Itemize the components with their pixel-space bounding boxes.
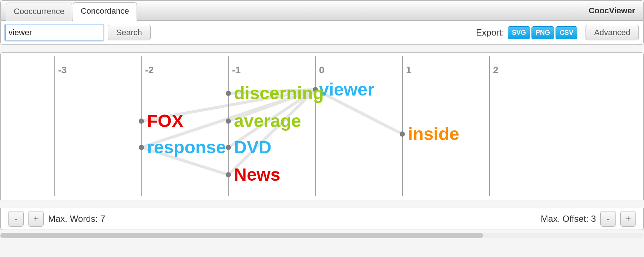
word-token[interactable]: average xyxy=(234,112,301,130)
scrollbar-thumb[interactable] xyxy=(0,233,483,238)
word-token[interactable]: inside xyxy=(408,125,459,143)
axis-line: 0 xyxy=(315,56,316,196)
toolbar: Search Export: SVG PNG CSV Advanced xyxy=(0,21,644,45)
export-csv-button[interactable]: CSV xyxy=(556,26,577,39)
search-input[interactable] xyxy=(5,25,103,40)
word-token[interactable]: response xyxy=(147,138,226,156)
footer-controls: - + Max. Words: 7 Max. Offset: 3 - + xyxy=(0,208,644,230)
word-token[interactable]: News xyxy=(234,166,280,184)
concordance-canvas: -3-2-1012viewerdiscerningaverageDVDNewsF… xyxy=(0,52,644,200)
word-anchor-dot xyxy=(400,131,405,137)
axis-label: -1 xyxy=(232,64,241,76)
export-label: Export: xyxy=(476,27,504,38)
max-words-label: Max. Words: 7 xyxy=(48,214,105,224)
max-words-decrease-button[interactable]: - xyxy=(8,211,24,227)
axis-label: -3 xyxy=(58,64,67,76)
tab-concordance[interactable]: Concordance xyxy=(73,2,137,21)
export-png-button[interactable]: PNG xyxy=(531,26,554,39)
word-token[interactable]: discerning xyxy=(234,84,324,102)
horizontal-scrollbar[interactable] xyxy=(0,233,644,238)
axis-label: 1 xyxy=(406,64,411,76)
advanced-button[interactable]: Advanced xyxy=(586,25,639,40)
search-button[interactable]: Search xyxy=(108,25,151,40)
app-title: CoocViewer xyxy=(588,6,638,16)
axis-line: 2 xyxy=(489,56,490,196)
axis-line: -3 xyxy=(54,56,55,196)
max-offset-decrease-button[interactable]: - xyxy=(600,211,616,227)
axis-label: 2 xyxy=(493,64,498,76)
word-token[interactable]: DVD xyxy=(234,138,271,156)
max-offset-label: Max. Offset: 3 xyxy=(541,214,596,224)
word-anchor-dot xyxy=(139,119,144,124)
word-anchor-dot xyxy=(226,119,231,124)
word-anchor-dot xyxy=(226,145,231,150)
word-anchor-dot xyxy=(139,145,144,150)
export-svg-button[interactable]: SVG xyxy=(508,26,530,39)
tab-cooccurrence[interactable]: Cooccurrence xyxy=(6,3,72,21)
header-bar: Cooccurrence Concordance CoocViewer xyxy=(0,0,644,21)
max-words-increase-button[interactable]: + xyxy=(28,211,44,227)
word-token[interactable]: FOX xyxy=(147,112,184,130)
axis-line: -2 xyxy=(141,56,142,196)
max-offset-increase-button[interactable]: + xyxy=(620,211,636,227)
word-anchor-dot xyxy=(226,91,231,96)
word-token[interactable]: viewer xyxy=(319,81,374,99)
axis-label: -2 xyxy=(145,64,154,76)
axis-line: 1 xyxy=(402,56,403,196)
axis-label: 0 xyxy=(319,64,324,76)
word-anchor-dot xyxy=(226,172,231,177)
